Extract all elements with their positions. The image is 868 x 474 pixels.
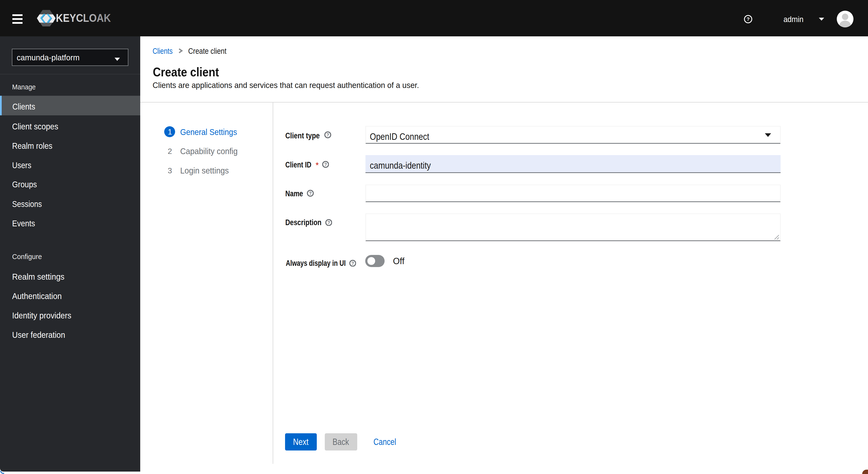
svg-text:?: ?	[309, 191, 312, 196]
svg-text:?: ?	[324, 162, 327, 167]
svg-text:?: ?	[327, 132, 329, 138]
svg-text:?: ?	[747, 16, 750, 22]
svg-text:?: ?	[351, 261, 354, 266]
svg-text:?: ?	[327, 220, 330, 225]
svg-text:KEYCLOAK: KEYCLOAK	[56, 12, 111, 24]
